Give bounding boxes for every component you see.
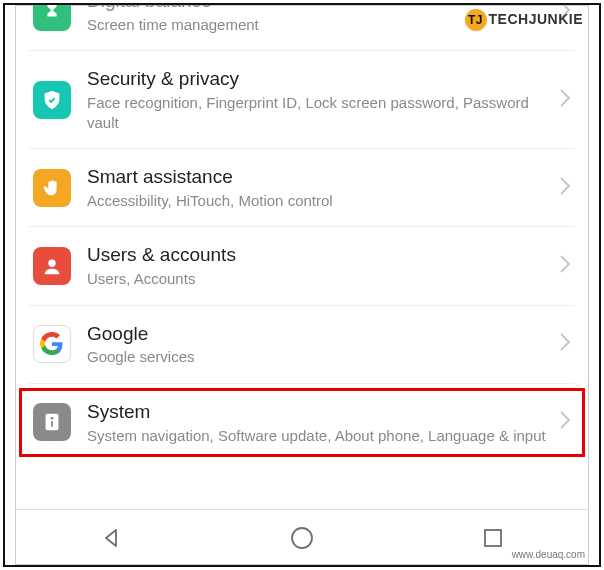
row-system[interactable]: System System navigation, Software updat… [29,384,575,461]
watermark-top-text: TECHJUNKIE [489,11,583,27]
row-title: System [87,400,549,424]
row-security-privacy[interactable]: Security & privacy Face recognition, Fin… [29,51,575,149]
chevron-right-icon [559,88,571,112]
row-sub: System navigation, Software update, Abou… [87,426,549,446]
info-icon [33,403,71,441]
chevron-right-icon [559,254,571,278]
svg-point-0 [48,259,55,266]
watermark-bottom: www.deuaq.com [512,549,585,560]
row-title: Users & accounts [87,243,549,267]
svg-rect-3 [51,421,53,427]
chevron-right-icon [559,332,571,356]
watermark-badge: TJ [465,9,487,31]
row-title: Google [87,322,549,346]
svg-point-2 [51,417,54,420]
row-title: Security & privacy [87,67,549,91]
google-icon [33,325,71,363]
svg-point-4 [292,528,312,548]
row-users-accounts[interactable]: Users & accounts Users, Accounts [29,227,575,305]
row-smart-assistance[interactable]: Smart assistance Accessibility, HiTouch,… [29,149,575,227]
watermark-top: TJTECHJUNKIE [465,9,583,31]
user-icon [33,247,71,285]
row-sub: Accessibility, HiTouch, Motion control [87,191,549,211]
hourglass-icon [33,5,71,31]
android-navbar [15,509,589,565]
chevron-right-icon [559,176,571,200]
nav-home-button[interactable] [272,518,332,558]
settings-list: Digital balance Screen time management S… [15,5,589,509]
shield-icon [33,81,71,119]
row-sub: Google services [87,347,549,367]
row-sub: Users, Accounts [87,269,549,289]
svg-rect-5 [485,530,501,546]
row-title: Smart assistance [87,165,549,189]
chevron-right-icon [559,410,571,434]
nav-back-button[interactable] [81,518,141,558]
hand-icon [33,169,71,207]
row-sub: Face recognition, Fingerprint ID, Lock s… [87,93,549,132]
settings-screen: Digital balance Screen time management S… [15,5,589,565]
row-google[interactable]: Google Google services [29,306,575,384]
